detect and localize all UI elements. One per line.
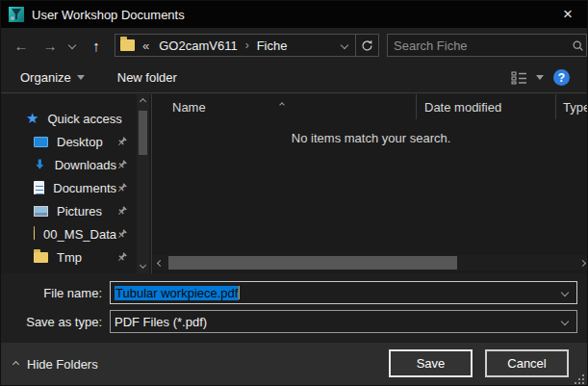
column-label: Name (172, 100, 206, 115)
scroll-up-icon[interactable] (140, 98, 146, 105)
column-header-name[interactable]: Name (152, 94, 417, 119)
sidebar-item-documents[interactable]: Documents (1, 176, 151, 199)
sidebar-item-downloads[interactable]: Downloads (1, 153, 151, 176)
app-icon-glyph (9, 7, 24, 22)
sidebar-item-pictures[interactable]: Pictures (1, 199, 151, 222)
sidebar-item-label: Downloads (55, 158, 116, 172)
dialog-footer: Hide Folders Save Cancel (1, 343, 587, 386)
save-button[interactable]: Save (389, 349, 473, 377)
breadcrumb-item[interactable]: GO2camV611 (155, 39, 241, 53)
breadcrumb-folder-icon (120, 39, 135, 51)
column-header-date-modified[interactable]: Date modified (417, 94, 556, 119)
desktop-icon (34, 137, 48, 147)
address-bar-controls (334, 35, 378, 56)
navigation-pane: ★ Quick access Desktop Downloads (1, 94, 152, 273)
file-name-row: File name: Tubular workpiece.pdf (1, 280, 587, 305)
cancel-button[interactable]: Cancel (485, 349, 569, 377)
scroll-left-icon[interactable] (153, 261, 166, 266)
search-box (387, 34, 587, 57)
column-headers: Name Date modified Type (152, 94, 588, 119)
sidebar-item-label: Pictures (57, 204, 102, 219)
new-folder-button[interactable]: New folder (108, 63, 187, 92)
chevron-down-icon[interactable] (561, 289, 569, 296)
new-folder-label: New folder (117, 70, 177, 85)
content-area: ★ Quick access Desktop Downloads (1, 94, 587, 273)
file-list: Name Date modified Type No items match y… (152, 94, 588, 273)
back-icon[interactable]: ← (7, 38, 36, 54)
view-mode-button[interactable] (511, 71, 544, 85)
pin-icon (116, 136, 128, 147)
search-icon[interactable] (569, 39, 586, 52)
save-as-type-label: Save as type: (1, 315, 102, 329)
save-as-dialog: User Workshop Documents × ← → ↑ « GO2cam… (0, 0, 588, 386)
column-label: Date modified (424, 100, 501, 115)
recent-locations-icon[interactable] (64, 42, 80, 48)
title-bar: User Workshop Documents × (1, 1, 587, 28)
sidebar-item-desktop[interactable]: Desktop (1, 130, 151, 153)
folder-icon (34, 229, 35, 240)
sidebar-item-label: Desktop (57, 135, 103, 149)
column-label: Type (563, 100, 588, 115)
up-icon[interactable]: ↑ (80, 38, 113, 54)
file-name-input[interactable]: Tubular workpiece.pdf (110, 281, 577, 304)
organize-button[interactable]: Organize (11, 63, 94, 92)
toolbar-right: ? (511, 69, 587, 86)
quick-access-star-icon: ★ (26, 112, 38, 125)
chevron-up-icon (13, 361, 19, 368)
address-dropdown-icon[interactable] (334, 35, 355, 56)
resize-grip[interactable] (575, 374, 584, 384)
scroll-right-icon[interactable] (575, 261, 588, 266)
horizontal-scrollbar[interactable] (153, 255, 588, 270)
text-caret (239, 286, 240, 299)
search-input[interactable] (388, 39, 569, 53)
column-header-type[interactable]: Type (556, 94, 588, 119)
view-mode-dropdown-icon (536, 75, 544, 80)
close-icon[interactable]: × (549, 1, 587, 28)
scrollbar-thumb[interactable] (168, 256, 457, 270)
save-as-type-row: Save as type: PDF Files (*.pdf) (1, 309, 587, 334)
refresh-icon[interactable] (355, 35, 378, 56)
hide-folders-label: Hide Folders (27, 357, 98, 372)
pin-icon (116, 251, 128, 263)
sidebar-scrollbar[interactable] (137, 94, 149, 273)
pin-icon (116, 159, 128, 170)
breadcrumb-overflow[interactable]: « (142, 39, 149, 53)
breadcrumb-item[interactable]: Fiche (253, 39, 292, 53)
empty-list-message: No items match your search. (152, 131, 588, 145)
document-icon (34, 181, 44, 194)
details-view-icon (511, 71, 528, 85)
sort-ascending-icon (280, 95, 284, 110)
sidebar-item-label: Documents (53, 181, 116, 195)
file-name-value: Tubular workpiece.pdf (115, 286, 239, 300)
file-name-label: File name: (1, 286, 102, 300)
pin-icon (116, 205, 128, 217)
chevron-down-icon[interactable] (561, 318, 569, 325)
download-icon (34, 158, 46, 171)
forward-icon[interactable]: → (36, 38, 64, 54)
sidebar-item-quick-access[interactable]: ★ Quick access (1, 107, 151, 130)
sidebar-item-label: 00_MS_Data (43, 227, 116, 242)
command-toolbar: Organize New folder ? (1, 63, 587, 93)
navigation-bar: ← → ↑ « GO2camV611 › Fiche (1, 28, 587, 63)
help-icon[interactable]: ? (553, 69, 570, 86)
app-icon (9, 7, 24, 22)
pin-icon (116, 182, 128, 193)
address-bar[interactable]: « GO2camV611 › Fiche (115, 34, 379, 57)
sidebar-item-tmp[interactable]: Tmp (1, 245, 151, 269)
organize-dropdown-icon (77, 75, 85, 80)
scroll-down-icon[interactable] (140, 262, 146, 269)
pin-icon (116, 228, 128, 240)
picture-icon (34, 206, 48, 217)
breadcrumb-separator-icon: › (242, 39, 253, 52)
scrollbar-thumb[interactable] (139, 111, 147, 155)
save-as-type-value: PDF Files (*.pdf) (115, 315, 207, 329)
organize-label: Organize (20, 70, 71, 85)
folder-icon (34, 252, 48, 263)
sidebar-item-label: Quick access (47, 112, 121, 126)
save-as-type-select[interactable]: PDF Files (*.pdf) (110, 310, 577, 333)
window-title: User Workshop Documents (32, 8, 185, 22)
sidebar-item-00-ms-data[interactable]: 00_MS_Data (1, 222, 151, 245)
save-fields: File name: Tubular workpiece.pdf Save as… (1, 273, 587, 343)
sidebar-item-label: Tmp (57, 250, 82, 265)
hide-folders-button[interactable]: Hide Folders (13, 357, 98, 372)
